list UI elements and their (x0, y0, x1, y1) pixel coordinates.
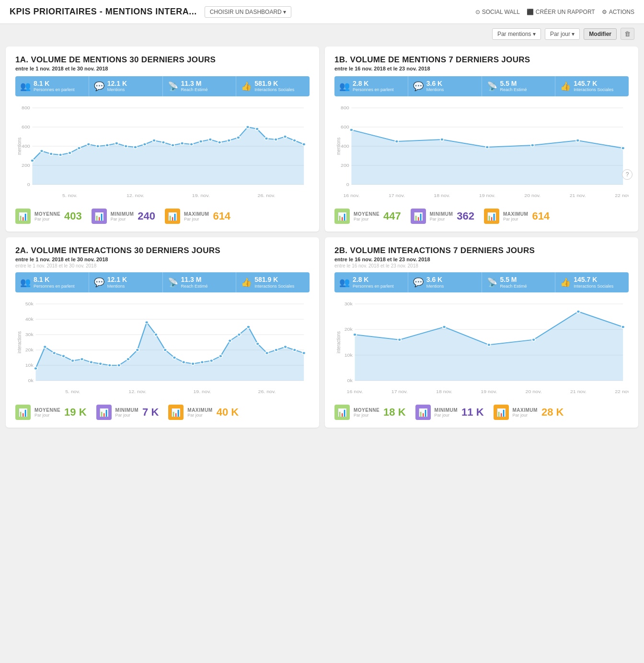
stat-value: 12.1 K (107, 276, 127, 283)
trash-button[interactable]: 🗑 (621, 28, 634, 40)
stat-item: 💬 12.1 K Mentions (89, 76, 163, 96)
stat-value: 11.3 M (181, 80, 208, 87)
svg-point-31 (181, 142, 184, 145)
svg-point-69 (621, 147, 625, 150)
svg-point-96 (117, 364, 121, 367)
svg-point-113 (275, 349, 278, 351)
svg-point-25 (124, 145, 127, 148)
metric-sub: Par jour (187, 413, 212, 418)
svg-text:0k: 0k (347, 378, 353, 383)
stat-value: 5.5 M (500, 276, 527, 283)
svg-point-98 (136, 349, 139, 351)
stat-item: 📡 11.3 M Reach Estimé (163, 272, 237, 292)
svg-text:50k: 50k (25, 302, 34, 306)
card-2a-title: 2A. VOLUME INTERACTIONS 30 DERNIERS JOUR… (15, 246, 310, 256)
metric-value: 447 (383, 210, 401, 222)
dashboard-selector[interactable]: CHOISIR UN DASHBOARD ▾ (205, 6, 291, 18)
metric-item: 📊 MAXIMUM Par jour 614 (165, 209, 230, 224)
svg-point-100 (154, 333, 158, 336)
stat-value: 3.6 K (426, 276, 444, 283)
svg-point-20 (78, 147, 81, 150)
card-2b-subtitle2: entre le 16 nov. 2018 et le 23 nov. 2018 (334, 263, 629, 268)
card-2a-subtitle2: entre le 1 nov. 2018 et le 30 nov. 2018 (15, 263, 310, 268)
metric-text: MOYENNE Par jour (34, 211, 60, 221)
metric-text: MOYENNE Par jour (34, 407, 60, 418)
svg-text:16 nov.: 16 nov. (347, 389, 363, 394)
metric-icon-box: 📊 (494, 405, 509, 420)
svg-text:21 nov.: 21 nov. (570, 193, 586, 198)
par-mentions-filter[interactable]: Par mentions ▾ (492, 28, 541, 40)
par-jour-filter[interactable]: Par jour ▾ (545, 28, 580, 40)
stat-icon: 💬 (94, 81, 104, 92)
metric-icon-box: 📊 (334, 405, 350, 420)
svg-point-110 (247, 326, 250, 328)
svg-text:22 nov.: 22 nov. (615, 193, 629, 198)
metric-sub: Par jour (34, 413, 60, 418)
svg-point-43 (293, 139, 296, 142)
svg-point-38 (246, 126, 249, 128)
svg-point-44 (302, 143, 306, 146)
svg-text:20 nov.: 20 nov. (526, 389, 542, 394)
card-1a-chart: 02004006008005. nov.12. nov.19. nov.26. … (15, 103, 310, 199)
svg-point-97 (126, 358, 130, 361)
stat-item: 👍 581.9 K Interactions Sociales (236, 272, 310, 292)
svg-point-15 (31, 159, 34, 162)
svg-text:5. nov.: 5. nov. (65, 389, 80, 394)
svg-text:16 nov.: 16 nov. (343, 193, 359, 198)
metric-item: 📊 MAXIMUM Par jour 40 K (168, 405, 239, 420)
svg-point-28 (152, 139, 156, 142)
metric-name: MAXIMUM (184, 211, 209, 217)
stat-label: Reach Estimé (181, 87, 208, 93)
svg-text:interactions: interactions (335, 331, 341, 353)
actions-button[interactable]: ⚙ ACTIONS (602, 9, 634, 15)
svg-point-67 (531, 144, 534, 147)
svg-text:19. nov.: 19. nov. (193, 389, 211, 394)
svg-text:200: 200 (341, 163, 349, 168)
metric-sub: Par jour (184, 217, 209, 221)
svg-text:26. nov.: 26. nov. (258, 389, 276, 394)
stat-icon: 👥 (20, 277, 31, 288)
svg-point-139 (621, 326, 625, 328)
stat-item: 📡 5.5 M Reach Estimé (482, 76, 556, 96)
card-1a-title: 1A. VOLUME DE MENTIONS 30 DERNIERS JOURS (15, 55, 310, 65)
svg-text:18 nov.: 18 nov. (436, 389, 452, 394)
svg-point-41 (274, 138, 277, 141)
metric-item: 📊 MOYENNE Par jour 19 K (15, 405, 87, 420)
stat-value: 145.7 K (574, 80, 613, 87)
svg-point-64 (395, 140, 398, 143)
card-1a-metrics: 📊 MOYENNE Par jour 403 📊 MINIMUM Par jou… (15, 206, 310, 224)
svg-point-27 (143, 143, 146, 146)
stat-item: 👥 2.8 K Personnes en parlent (334, 76, 408, 96)
stat-label: Personnes en parlent (353, 87, 394, 93)
svg-point-102 (172, 356, 176, 359)
create-report-button[interactable]: ⬛ CRÉER UN RAPPORT (527, 9, 595, 15)
trash-icon: 🗑 (624, 30, 631, 37)
metric-value: 614 (532, 210, 550, 222)
metric-text: MINIMUM Par jour (111, 211, 134, 221)
social-wall-button[interactable]: ⊙ SOCIAL WALL (475, 9, 520, 15)
svg-point-42 (284, 135, 287, 138)
svg-text:10k: 10k (25, 363, 34, 368)
help-icon[interactable]: ? (622, 169, 632, 180)
modifier-button[interactable]: Modifier (584, 28, 617, 40)
stat-icon: 👍 (241, 277, 252, 288)
top-bar: KPIS PRIORITAIRES - MENTIONS INTERA... C… (0, 0, 644, 24)
metric-sub: Par jour (513, 413, 538, 418)
card-2b-stats: 👥 2.8 K Personnes en parlent 💬 3.6 K Men… (334, 272, 629, 292)
svg-point-92 (80, 358, 83, 361)
metric-name: MAXIMUM (503, 211, 528, 217)
svg-point-133 (353, 333, 356, 336)
svg-point-109 (238, 333, 241, 336)
svg-text:600: 600 (341, 125, 349, 129)
stat-value: 5.5 M (500, 80, 527, 87)
stat-icon: 👍 (241, 81, 252, 92)
svg-point-116 (302, 352, 306, 355)
metric-icon-box: 📊 (334, 209, 350, 224)
metric-icon-box: 📊 (96, 405, 112, 420)
metric-icon-box: 📊 (168, 405, 184, 420)
stat-value: 3.6 K (426, 80, 444, 87)
card-2b-title: 2B. VOLUME INTERACTIONS 7 DERNIERS JOURS (334, 246, 629, 256)
svg-text:19. nov.: 19. nov. (192, 193, 210, 198)
svg-point-23 (105, 144, 109, 147)
stat-item: 📡 5.5 M Reach Estimé (482, 272, 556, 292)
